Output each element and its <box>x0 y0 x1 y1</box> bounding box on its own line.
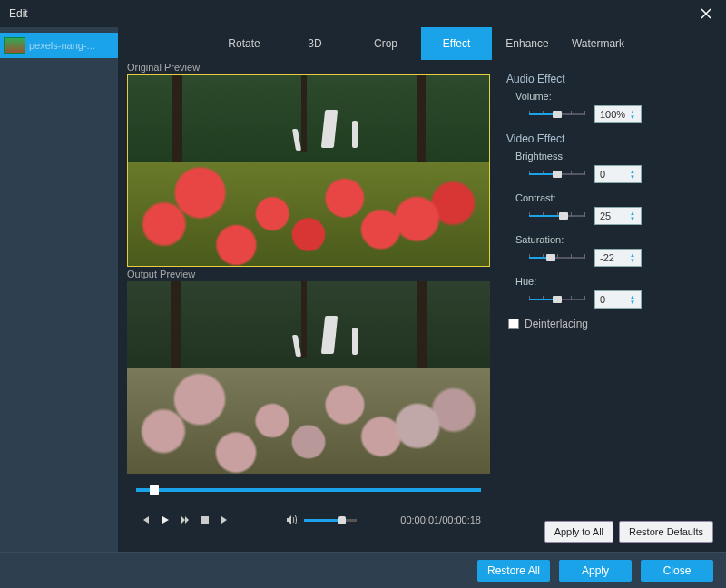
volume-control[interactable] <box>286 514 357 525</box>
skip-forward-icon <box>220 514 231 525</box>
play-icon <box>160 514 171 525</box>
effect-panel: Audio Effect Volume: 100% <box>490 60 726 552</box>
slider-thumb[interactable] <box>546 254 555 261</box>
close-icon <box>701 8 711 19</box>
volume-thumb[interactable] <box>338 516 346 524</box>
body: pexels-nang-... Rotate 3D Crop Effect En… <box>0 27 726 552</box>
sidebar: pexels-nang-... <box>0 27 118 552</box>
tab-rotate[interactable]: Rotate <box>209 27 280 60</box>
tabs: Rotate 3D Crop Effect Enhance Watermark <box>118 27 726 60</box>
mid-buttons: Apply to All Restore Defaults <box>544 521 713 543</box>
apply-to-all-button[interactable]: Apply to All <box>544 521 613 543</box>
deinterlacing-label: Deinterlacing <box>525 318 588 330</box>
clip-thumbnail <box>4 37 25 54</box>
tab-crop[interactable]: Crop <box>350 27 421 60</box>
content: Original Preview Output Preview <box>118 60 726 552</box>
contrast-label: Contrast: <box>515 192 711 203</box>
tab-watermark[interactable]: Watermark <box>563 27 633 60</box>
restore-defaults-button[interactable]: Restore Defaults <box>619 521 713 543</box>
hue-input[interactable]: 0▲▼ <box>594 290 642 309</box>
svg-rect-0 <box>201 516 209 524</box>
slider-thumb[interactable] <box>553 296 562 303</box>
original-preview-label: Original Preview <box>127 62 490 73</box>
tab-effect[interactable]: Effect <box>421 27 492 60</box>
fast-forward-button[interactable] <box>176 511 194 529</box>
next-button[interactable] <box>216 511 234 529</box>
hue-label: Hue: <box>515 276 711 287</box>
output-preview-label: Output Preview <box>127 269 490 279</box>
slider-thumb[interactable] <box>559 212 568 220</box>
stop-button[interactable] <box>196 511 214 529</box>
skip-back-icon <box>140 514 151 525</box>
preview-column: Original Preview Output Preview <box>118 60 490 552</box>
saturation-label: Saturation: <box>515 234 711 245</box>
stop-icon <box>201 515 210 524</box>
titlebar: Edit <box>0 0 726 27</box>
close-window-button[interactable] <box>695 3 717 24</box>
clip-label: pexels-nang-... <box>29 40 95 51</box>
checkbox-icon <box>508 318 519 329</box>
seek-handle[interactable] <box>150 485 159 495</box>
hue-slider[interactable] <box>529 294 585 305</box>
edit-window: Edit pexels-nang-... Rotate 3D Crop Effe… <box>0 0 726 588</box>
close-button[interactable]: Close <box>641 560 713 582</box>
tab-3d[interactable]: 3D <box>280 27 350 60</box>
volume-label: Volume: <box>515 91 711 102</box>
timecode: 00:00:01/00:00:18 <box>400 514 481 525</box>
brightness-label: Brightness: <box>515 151 711 162</box>
contrast-input[interactable]: 25▲▼ <box>594 207 642 225</box>
deinterlacing-checkbox[interactable]: Deinterlacing <box>508 318 711 330</box>
play-button[interactable] <box>156 511 174 529</box>
volume-slider-panel[interactable] <box>529 109 585 120</box>
playback-controls: 00:00:01/00:00:18 <box>136 506 481 534</box>
brightness-input[interactable]: 0▲▼ <box>594 165 642 183</box>
restore-all-button[interactable]: Restore All <box>477 560 550 582</box>
volume-slider[interactable] <box>304 519 357 522</box>
prev-button[interactable] <box>136 511 154 529</box>
footer: Restore All Apply Close <box>0 552 726 588</box>
output-preview <box>127 281 490 474</box>
main: Rotate 3D Crop Effect Enhance Watermark … <box>118 27 726 552</box>
saturation-slider[interactable] <box>529 252 585 263</box>
volume-icon <box>286 514 299 525</box>
contrast-slider[interactable] <box>529 211 585 221</box>
saturation-input[interactable]: -22▲▼ <box>594 249 642 267</box>
seek-bar[interactable] <box>136 479 481 503</box>
tab-enhance[interactable]: Enhance <box>492 27 563 60</box>
video-effect-section: Video Effect <box>506 132 711 145</box>
fast-forward-icon <box>180 514 191 525</box>
sidebar-item-clip[interactable]: pexels-nang-... <box>0 33 118 58</box>
original-preview <box>127 74 490 267</box>
brightness-slider[interactable] <box>529 169 585 180</box>
volume-spinner[interactable]: ▲▼ <box>630 109 639 120</box>
audio-effect-section: Audio Effect <box>506 73 711 85</box>
apply-button[interactable]: Apply <box>559 560 632 582</box>
slider-thumb[interactable] <box>553 111 562 118</box>
slider-thumb[interactable] <box>553 171 562 178</box>
window-title: Edit <box>9 7 28 20</box>
seek-track <box>136 488 481 492</box>
volume-input[interactable]: 100% ▲▼ <box>594 105 642 123</box>
